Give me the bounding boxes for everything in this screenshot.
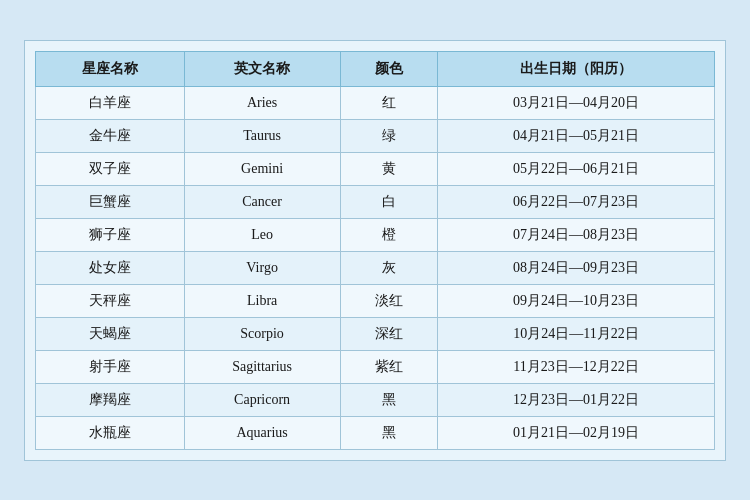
cell-english: Capricorn (184, 383, 340, 416)
col-header-dates: 出生日期（阳历） (437, 51, 714, 86)
col-header-color: 颜色 (340, 51, 437, 86)
cell-dates: 01月21日—02月19日 (437, 416, 714, 449)
cell-dates: 04月21日—05月21日 (437, 119, 714, 152)
cell-english: Leo (184, 218, 340, 251)
cell-english: Aries (184, 86, 340, 119)
table-row: 狮子座Leo橙07月24日—08月23日 (36, 218, 715, 251)
table-row: 射手座Sagittarius紫红11月23日—12月22日 (36, 350, 715, 383)
cell-dates: 07月24日—08月23日 (437, 218, 714, 251)
cell-color: 白 (340, 185, 437, 218)
cell-color: 淡红 (340, 284, 437, 317)
cell-dates: 10月24日—11月22日 (437, 317, 714, 350)
cell-english: Libra (184, 284, 340, 317)
cell-dates: 09月24日—10月23日 (437, 284, 714, 317)
cell-dates: 08月24日—09月23日 (437, 251, 714, 284)
table-row: 摩羯座Capricorn黑12月23日—01月22日 (36, 383, 715, 416)
table-row: 巨蟹座Cancer白06月22日—07月23日 (36, 185, 715, 218)
cell-english: Sagittarius (184, 350, 340, 383)
table-header-row: 星座名称 英文名称 颜色 出生日期（阳历） (36, 51, 715, 86)
cell-chinese: 处女座 (36, 251, 185, 284)
col-header-chinese: 星座名称 (36, 51, 185, 86)
table-wrapper: 星座名称 英文名称 颜色 出生日期（阳历） 白羊座Aries红03月21日—04… (24, 40, 726, 461)
cell-color: 黑 (340, 383, 437, 416)
cell-chinese: 射手座 (36, 350, 185, 383)
cell-english: Gemini (184, 152, 340, 185)
cell-english: Cancer (184, 185, 340, 218)
cell-english: Virgo (184, 251, 340, 284)
table-row: 天秤座Libra淡红09月24日—10月23日 (36, 284, 715, 317)
table-row: 天蝎座Scorpio深红10月24日—11月22日 (36, 317, 715, 350)
cell-color: 橙 (340, 218, 437, 251)
table-row: 双子座Gemini黄05月22日—06月21日 (36, 152, 715, 185)
cell-color: 绿 (340, 119, 437, 152)
cell-chinese: 天蝎座 (36, 317, 185, 350)
cell-chinese: 双子座 (36, 152, 185, 185)
cell-chinese: 巨蟹座 (36, 185, 185, 218)
cell-dates: 05月22日—06月21日 (437, 152, 714, 185)
cell-chinese: 狮子座 (36, 218, 185, 251)
cell-dates: 03月21日—04月20日 (437, 86, 714, 119)
cell-color: 紫红 (340, 350, 437, 383)
cell-chinese: 白羊座 (36, 86, 185, 119)
cell-color: 深红 (340, 317, 437, 350)
cell-color: 红 (340, 86, 437, 119)
cell-dates: 12月23日—01月22日 (437, 383, 714, 416)
cell-english: Aquarius (184, 416, 340, 449)
zodiac-table: 星座名称 英文名称 颜色 出生日期（阳历） 白羊座Aries红03月21日—04… (35, 51, 715, 450)
cell-chinese: 天秤座 (36, 284, 185, 317)
cell-english: Taurus (184, 119, 340, 152)
cell-color: 灰 (340, 251, 437, 284)
cell-english: Scorpio (184, 317, 340, 350)
table-row: 白羊座Aries红03月21日—04月20日 (36, 86, 715, 119)
cell-chinese: 金牛座 (36, 119, 185, 152)
cell-dates: 11月23日—12月22日 (437, 350, 714, 383)
table-row: 处女座Virgo灰08月24日—09月23日 (36, 251, 715, 284)
col-header-english: 英文名称 (184, 51, 340, 86)
cell-color: 黑 (340, 416, 437, 449)
cell-chinese: 水瓶座 (36, 416, 185, 449)
cell-dates: 06月22日—07月23日 (437, 185, 714, 218)
cell-chinese: 摩羯座 (36, 383, 185, 416)
table-row: 水瓶座Aquarius黑01月21日—02月19日 (36, 416, 715, 449)
cell-color: 黄 (340, 152, 437, 185)
table-row: 金牛座Taurus绿04月21日—05月21日 (36, 119, 715, 152)
